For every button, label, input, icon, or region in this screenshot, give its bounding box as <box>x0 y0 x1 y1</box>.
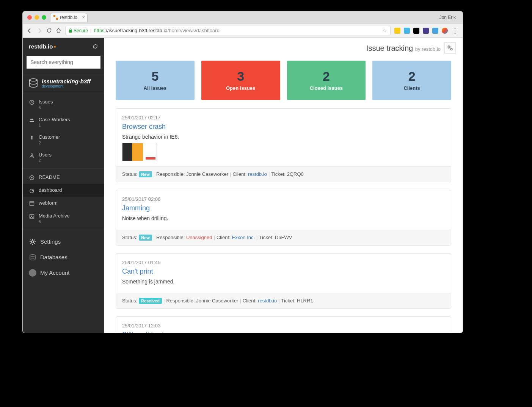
sidebar-item-settings[interactable]: Settings <box>23 234 104 249</box>
status-label: Status: <box>122 298 139 304</box>
stat-card-open-issues[interactable]: 3Open Issues <box>201 61 280 100</box>
issue-card: 25/01/2017 02:06JammingNoise when drilli… <box>116 190 451 246</box>
menu-button[interactable]: ⋮ <box>452 27 459 35</box>
maximize-window-button[interactable] <box>42 15 46 20</box>
minimize-window-button[interactable] <box>35 15 39 20</box>
sidebar-item-label: webform <box>39 200 58 206</box>
svg-rect-2 <box>69 30 72 33</box>
tab-close-icon[interactable]: × <box>82 14 85 20</box>
svg-point-11 <box>31 177 33 179</box>
database-block[interactable]: issuetracking-b3ff development <box>23 75 104 93</box>
sidebar-item-readme[interactable]: README <box>23 171 104 184</box>
secure-label: Secure <box>74 28 88 33</box>
sidebar-item-customer[interactable]: Customer2 <box>23 131 104 149</box>
sidebar-item-my-account[interactable]: My Account <box>23 265 104 280</box>
home-button[interactable] <box>56 28 61 33</box>
ticket-label: Ticket: <box>281 298 297 304</box>
address-bar-row: Secure | https://issuetracking-b3ff.rest… <box>23 23 463 38</box>
extension-icon[interactable] <box>423 28 429 34</box>
stat-card-clients[interactable]: 2Clients <box>372 61 451 100</box>
sidebar-item-label: Customer <box>39 134 60 140</box>
svg-point-5 <box>30 119 32 120</box>
url-text: https://issuetracking-b3ff.restdb.io/hom… <box>94 28 219 33</box>
favicon-icon <box>53 15 58 20</box>
sidebar-item-dashboard[interactable]: dashboard <box>23 184 104 197</box>
sidebar-item-count: 2 <box>39 158 52 163</box>
issue-timestamp: 25/01/2017 01:45 <box>122 260 445 265</box>
reload-button[interactable] <box>46 28 52 33</box>
status-badge: New <box>139 171 152 177</box>
issue-thumbnail[interactable] <box>122 143 157 161</box>
brand-dot-icon: ▪ <box>53 45 56 49</box>
stat-label: Closed Issues <box>291 85 362 91</box>
responsible-label: Responsible: <box>156 235 186 240</box>
settings-button[interactable] <box>444 42 456 54</box>
tab-title: restdb.io <box>60 15 77 20</box>
sidebar-item-media-archive[interactable]: Media Archive6 <box>23 210 104 227</box>
workers-icon <box>29 117 35 123</box>
client-link[interactable]: Exxon Inc. <box>232 235 255 240</box>
svg-rect-8 <box>31 137 33 139</box>
stat-card-all-issues[interactable]: 5All Issues <box>116 61 195 100</box>
issue-description: Strange behavior in IE6. <box>122 134 445 140</box>
profile-name[interactable]: Jon Erik <box>439 15 458 20</box>
svg-line-26 <box>34 240 35 240</box>
issue-body: 25/01/2017 02:17Browser crashStrange beh… <box>116 109 451 166</box>
search-input[interactable] <box>27 56 100 69</box>
issue-title-link[interactable]: Jamming <box>122 204 445 212</box>
sidebar-item-count: 2 <box>39 141 60 146</box>
extension-icon[interactable] <box>432 28 438 34</box>
svg-line-24 <box>34 243 35 244</box>
stat-value: 2 <box>291 69 362 84</box>
browser-tab[interactable]: restdb.io × <box>50 13 88 22</box>
client-label: Client: <box>243 298 258 304</box>
sidebar-item-case-workers[interactable]: Case-Workers1 <box>23 113 104 131</box>
sidebar-item-issues[interactable]: Issues5 <box>23 95 104 113</box>
svg-point-3 <box>30 78 37 81</box>
close-window-button[interactable] <box>27 15 32 20</box>
gears-icon <box>447 45 454 52</box>
ticket-id: 2QRQ0 <box>287 171 304 177</box>
issue-title-link[interactable]: Can't print <box>122 268 445 276</box>
bottom-icon <box>29 269 36 277</box>
forward-button[interactable] <box>36 28 42 34</box>
back-button[interactable] <box>27 28 33 34</box>
stat-card-closed-issues[interactable]: 2Closed Issues <box>287 61 366 100</box>
extension-icon[interactable] <box>442 28 448 34</box>
star-icon[interactable]: ☆ <box>383 28 387 33</box>
brand-logo[interactable]: restdb.io ▪ <box>29 43 56 50</box>
secure-badge: Secure <box>69 28 88 33</box>
issue-footer: Status: New|Responsible: Jonnie Casework… <box>116 166 451 182</box>
refresh-icon[interactable] <box>93 44 98 49</box>
address-bar-right: ☆ <box>383 28 387 33</box>
extension-icons <box>394 28 448 34</box>
address-bar[interactable]: Secure | https://issuetracking-b3ff.rest… <box>65 26 391 35</box>
svg-point-29 <box>450 49 452 50</box>
content-header: Issue tracking by restdb.io <box>104 38 463 61</box>
client-link[interactable]: restdb.io <box>258 298 277 304</box>
sidebar-item-users[interactable]: Users2 <box>23 149 104 166</box>
stat-label: Clients <box>376 85 447 91</box>
svg-point-7 <box>31 136 33 137</box>
issue-timestamp: 25/01/2017 02:17 <box>122 115 445 121</box>
svg-point-28 <box>448 46 450 48</box>
bottom-icon <box>29 238 36 246</box>
svg-line-23 <box>30 240 31 240</box>
dashboard-icon <box>29 188 35 194</box>
responsible-label: Responsible: <box>166 298 196 304</box>
avatar-icon <box>29 269 36 277</box>
extension-icon[interactable] <box>394 28 400 34</box>
stat-value: 5 <box>119 69 191 84</box>
lock-icon <box>69 28 72 33</box>
customer-icon <box>29 135 35 141</box>
issue-title-link[interactable]: Browser crash <box>122 123 445 131</box>
issue-title-link[interactable]: Still can't log in <box>122 331 445 333</box>
client-link[interactable]: restdb.io <box>248 171 267 177</box>
stat-label: All Issues <box>119 85 191 91</box>
issue-timestamp: 25/01/2017 02:06 <box>122 196 445 202</box>
extension-icon[interactable] <box>413 28 419 34</box>
extension-icon[interactable] <box>404 28 410 34</box>
sidebar-item-databases[interactable]: Databases <box>23 249 104 265</box>
database-meta: issuetracking-b3ff development <box>42 78 91 88</box>
sidebar-item-webform[interactable]: webform <box>23 197 104 210</box>
